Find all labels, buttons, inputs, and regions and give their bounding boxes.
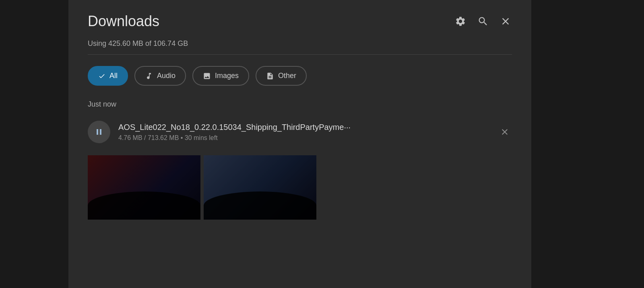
- music-note-icon: [145, 72, 153, 80]
- storage-info: Using 425.60 MB of 106.74 GB: [88, 39, 512, 48]
- download-filename: AOS_Lite022_No18_0.22.0.15034_Shipping_T…: [118, 123, 489, 132]
- header: Downloads: [88, 13, 512, 30]
- thumbnail-left: [88, 155, 200, 220]
- downloads-panel: Downloads Using 425.60 MB of 106.74 GB: [68, 0, 531, 288]
- cancel-download-button[interactable]: [497, 125, 512, 139]
- filter-images[interactable]: Images: [192, 66, 249, 86]
- filter-other-label: Other: [278, 72, 296, 80]
- filter-images-label: Images: [215, 72, 239, 80]
- image-icon: [203, 72, 211, 80]
- settings-icon[interactable]: [454, 15, 467, 28]
- thumbnail-right: [204, 155, 316, 220]
- close-icon[interactable]: [499, 15, 512, 28]
- check-icon: [98, 72, 105, 80]
- pause-button[interactable]: [88, 121, 110, 143]
- filter-tabs: All Audio Images Other: [88, 66, 512, 86]
- download-meta: 4.76 MB / 713.62 MB • 30 mins left: [118, 134, 489, 142]
- section-label: Just now: [88, 100, 512, 109]
- document-icon: [266, 72, 274, 80]
- filter-audio[interactable]: Audio: [134, 66, 186, 86]
- filter-all-label: All: [109, 72, 118, 80]
- filter-all[interactable]: All: [88, 66, 128, 86]
- page-title: Downloads: [88, 13, 159, 30]
- header-actions: [454, 15, 512, 28]
- filter-audio-label: Audio: [157, 72, 175, 80]
- download-item: AOS_Lite022_No18_0.22.0.15034_Shipping_T…: [88, 117, 512, 147]
- search-icon[interactable]: [477, 15, 489, 28]
- divider: [88, 54, 512, 55]
- filter-other[interactable]: Other: [256, 66, 307, 86]
- download-info: AOS_Lite022_No18_0.22.0.15034_Shipping_T…: [118, 123, 489, 142]
- thumbnails-row: [88, 155, 512, 220]
